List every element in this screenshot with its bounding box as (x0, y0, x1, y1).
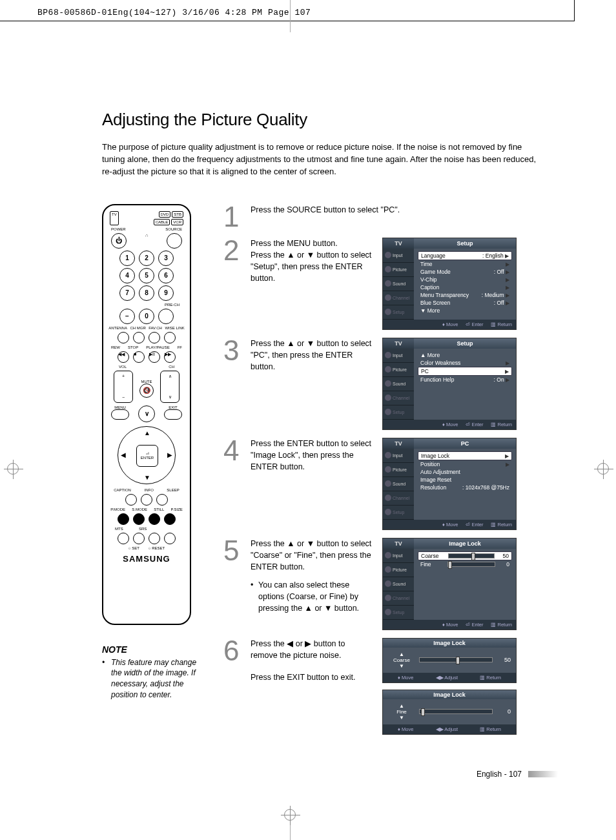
num-5: 5 (139, 268, 154, 283)
source-button (167, 233, 182, 249)
num-9: 9 (158, 285, 174, 301)
source-label: SOURCE (165, 227, 182, 231)
ch-rocker: ∧∨ (160, 371, 180, 403)
step-2: 2 Press the MENU button. Press the ▲ or … (223, 238, 539, 330)
ff-button: ▶▶ (164, 351, 176, 363)
note-title: NOTE (102, 644, 205, 655)
cropmark-top (290, 0, 291, 32)
pre-ch-button (158, 309, 174, 324)
down-ch-button: ∨ (138, 405, 155, 422)
osd-setup-1: TVSetup Input Picture Sound Channel Setu… (382, 238, 517, 330)
num-4: 4 (119, 268, 135, 283)
stop-button: ■ (133, 351, 145, 363)
cropmark-right (590, 463, 616, 475)
step-3: 3 Press the ▲ or ▼ button to select "PC"… (223, 338, 539, 430)
power-label: POWER (111, 227, 126, 231)
header-rule (0, 21, 575, 21)
dash-button: − (119, 309, 135, 324)
mode-vcr: VCR (171, 219, 183, 225)
osd-image-lock: TVImage Lock Input Picture Sound Channel… (382, 538, 517, 630)
enter-button: ⏎ENTER (136, 445, 158, 467)
osd-pc: TVPC Input Picture Sound Channel Setup I… (382, 438, 517, 530)
mode-cable: CABLE (154, 219, 170, 225)
osd-fine-slider: Image Lock ▲Fine▼ 0 ♦ Move◀▶ Adjust▥ Ret… (382, 690, 517, 735)
cropmark-left (0, 463, 26, 475)
header-tick (574, 0, 575, 21)
mode-dvd: DVD (159, 211, 171, 218)
mute-button: 🔇 (139, 384, 154, 398)
exit-button (164, 409, 182, 420)
remote-control-diagram: TV DVD STB CABLE VCR POWER SOURC (102, 204, 191, 625)
print-header: BP68-00586D-01Eng(104~127) 3/16/06 4:28 … (37, 8, 311, 17)
rew-button: ◀◀ (118, 351, 129, 363)
num-7: 7 (119, 285, 135, 301)
menu-button (111, 409, 129, 420)
num-3: 3 (158, 251, 174, 266)
brand-logo: SAMSUNG (107, 554, 186, 564)
num-1: 1 (119, 251, 135, 266)
step-6: 6 Press the ◀ or ▶ button to remove the … (223, 638, 539, 735)
step-4: 4 Press the ENTER button to select "Imag… (223, 438, 539, 530)
osd-coarse-slider: Image Lock ▲Coarse▼ 50 ♦ Move◀▶ Adjust▥ … (382, 638, 517, 683)
mode-tv: TV (110, 211, 119, 225)
step-5: 5 Press the ▲ or ▼ button to select "Coa… (223, 538, 539, 630)
mode-stb: STB (172, 211, 183, 218)
vol-rocker: +− (114, 371, 133, 403)
note-body: This feature may change the width of the… (102, 657, 205, 701)
page-footer: English - 107 (477, 770, 558, 779)
power-button: ⏻ (111, 233, 127, 249)
dpad: ▲ ▼ ◀ ▶ ⏎ENTER (118, 426, 176, 484)
page-title: Adjusting the Picture Quality (102, 110, 539, 130)
num-6: 6 (158, 268, 174, 283)
cropmark-bottom (284, 809, 296, 821)
pre-ch-label: PRE-CH (165, 303, 180, 307)
osd-setup-2: TVSetup Input Picture Sound Channel Setu… (382, 338, 517, 430)
play-button: ▶II (149, 351, 160, 363)
intro-paragraph: The purpose of picture quality adjustmen… (102, 141, 539, 178)
num-8: 8 (139, 285, 154, 301)
num-0: 0 (139, 309, 154, 324)
step-1: 1 Press the SOURCE button to select "PC"… (223, 204, 539, 230)
num-2: 2 (139, 251, 154, 266)
